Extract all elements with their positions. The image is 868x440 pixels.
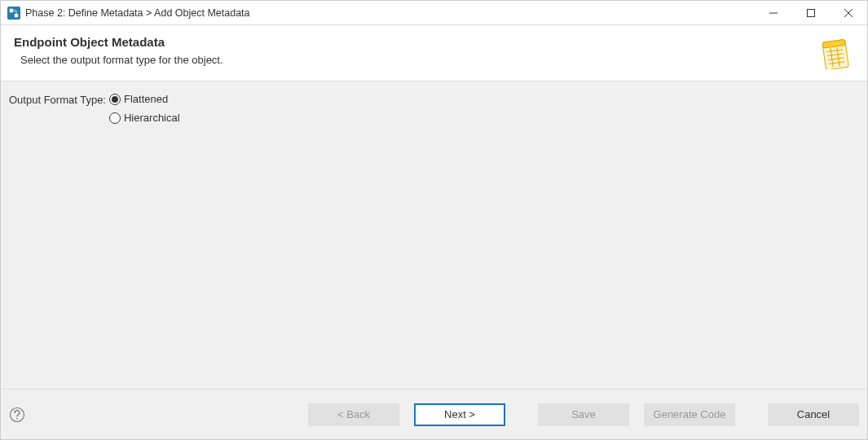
app-icon — [7, 7, 20, 20]
title-bar: Phase 2: Define Metadata > Add Object Me… — [1, 1, 867, 25]
radio-label-flattened: Flattened — [124, 93, 168, 105]
close-button[interactable] — [830, 1, 867, 24]
svg-rect-1 — [15, 13, 19, 17]
generate-code-button[interactable]: Generate Code — [644, 403, 735, 426]
window-title: Phase 2: Define Metadata > Add Object Me… — [25, 7, 755, 19]
footer-bar: < Back Next > Save Generate Code Cancel — [1, 389, 867, 439]
page-subtitle: Select the output format type for the ob… — [20, 54, 223, 66]
radio-icon — [109, 112, 121, 124]
radio-icon — [109, 94, 121, 105]
minimize-button[interactable] — [755, 1, 792, 24]
wizard-icon — [818, 37, 851, 69]
save-button[interactable]: Save — [538, 403, 629, 426]
window-controls — [755, 1, 867, 24]
radio-label-hierarchical: Hierarchical — [124, 112, 180, 124]
radio-option-hierarchical[interactable]: Hierarchical — [109, 112, 180, 124]
header-panel: Endpoint Object Metadata Select the outp… — [1, 25, 867, 81]
main-content: Output Format Type: Flattened Hierarchic… — [1, 81, 867, 389]
maximize-button[interactable] — [792, 1, 830, 24]
next-button[interactable]: Next > — [414, 403, 505, 426]
output-format-row: Output Format Type: Flattened Hierarchic… — [9, 93, 859, 124]
page-title: Endpoint Object Metadata — [14, 35, 223, 49]
svg-point-17 — [16, 417, 18, 419]
help-icon[interactable] — [9, 407, 25, 423]
output-format-label: Output Format Type: — [9, 93, 106, 106]
svg-rect-5 — [808, 9, 815, 16]
cancel-button[interactable]: Cancel — [768, 403, 859, 426]
output-format-radio-group: Flattened Hierarchical — [109, 93, 180, 124]
svg-rect-0 — [10, 8, 14, 12]
back-button[interactable]: < Back — [308, 403, 399, 426]
header-text: Endpoint Object Metadata Select the outp… — [14, 35, 223, 66]
radio-option-flattened[interactable]: Flattened — [109, 93, 180, 105]
